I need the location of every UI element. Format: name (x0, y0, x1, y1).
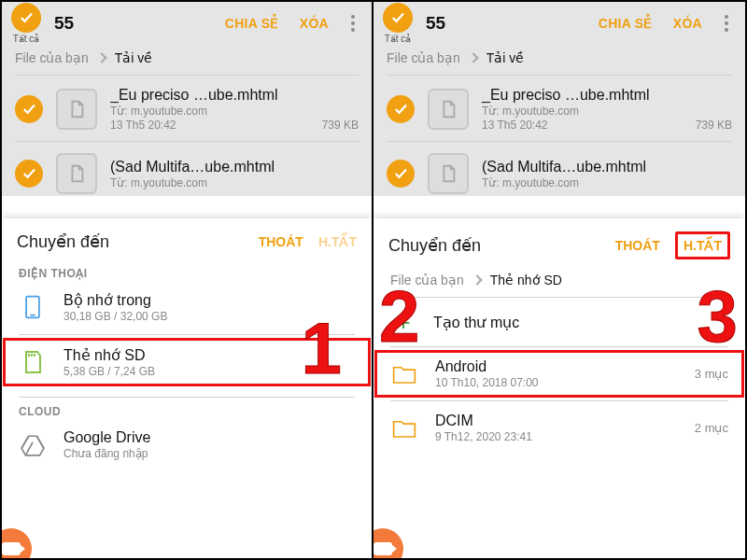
file-source: Từ: m.youtube.com (482, 105, 732, 118)
file-name: _Eu preciso …ube.mhtml (110, 87, 359, 104)
row-checkbox[interactable] (387, 95, 415, 123)
sheet-breadcrumb[interactable]: File của bạn Thẻ nhớ SD (374, 269, 745, 295)
document-icon (438, 163, 458, 184)
dest-name: Bộ nhớ trong (63, 291, 355, 309)
chevron-right-icon (96, 52, 106, 63)
svg-point-6 (725, 21, 728, 25)
sheet-done-button[interactable]: H.TẤT (318, 234, 357, 249)
dest-internal-storage[interactable]: Bộ nhớ trong30,18 GB / 32,00 GB (2, 282, 372, 332)
document-icon (66, 99, 87, 119)
share-button[interactable]: CHIA SẺ (599, 16, 653, 31)
crumb-current: Thẻ nhớ SD (490, 273, 562, 287)
sheet-title: Chuyển đến (17, 231, 244, 252)
file-source: Từ: m.youtube.com (110, 105, 359, 118)
file-name: _Eu preciso …ube.mhtml (482, 87, 732, 104)
chevron-right-icon (468, 52, 478, 63)
selection-topbar: Tất cả 55 CHIA SẺ XÓA (2, 2, 372, 45)
svg-point-7 (725, 28, 728, 32)
create-folder-label: Tạo thư mục (433, 314, 728, 331)
dest-sub: 30,18 GB / 32,00 GB (63, 310, 355, 323)
selection-topbar: Tất cả 55 CHIA SẺ XÓA (374, 2, 745, 45)
divider (19, 397, 355, 398)
folder-count: 2 mục (695, 421, 728, 435)
crumb-current: Tải về (115, 50, 153, 65)
file-type-icon (428, 89, 469, 130)
dest-google-drive[interactable]: Google DriveChưa đăng nhập (2, 420, 372, 469)
dest-name: Thẻ nhớ SD (63, 346, 355, 364)
more-menu-button[interactable] (717, 8, 736, 38)
plus-icon: + (390, 309, 416, 335)
check-icon (392, 165, 409, 182)
file-type-icon (56, 153, 97, 194)
crumb-current: Tải về (486, 50, 525, 65)
file-date: 13 Th5 20:42 (482, 119, 548, 132)
row-checkbox[interactable] (387, 160, 415, 188)
crumb-root: File của bạn (15, 50, 89, 65)
file-source: Từ: m.youtube.com (482, 176, 732, 189)
more-menu-button[interactable] (344, 8, 362, 38)
select-all-label: Tất cả (385, 35, 412, 44)
folder-date: 9 Th12, 2020 23:41 (435, 430, 678, 443)
folder-icon (390, 360, 418, 388)
select-all-label: Tất cả (13, 35, 40, 44)
sd-card-icon (19, 348, 47, 376)
sheet-done-button[interactable]: H.TẤT (675, 231, 730, 259)
svg-point-5 (725, 15, 728, 19)
folder-date: 10 Th10, 2018 07:00 (435, 376, 678, 389)
file-date: 13 Th5 20:42 (110, 119, 176, 132)
document-icon (66, 163, 87, 184)
file-row[interactable]: _Eu preciso …ube.mhtml Từ: m.youtube.com… (2, 76, 372, 141)
dest-sd-card[interactable]: Thẻ nhớ SD5,38 GB / 7,24 GB (2, 337, 372, 387)
folder-row-dcim[interactable]: DCIM9 Th12, 2020 23:41 2 mục (374, 403, 745, 453)
section-phone: ĐIỆN THOẠI (2, 261, 372, 282)
row-checkbox[interactable] (15, 160, 43, 188)
divider (390, 297, 728, 298)
dest-sub: Chưa đăng nhập (63, 447, 355, 460)
folder-icon (390, 414, 418, 442)
file-size: 739 KB (696, 119, 732, 132)
crumb-root: File của bạn (390, 273, 464, 287)
selected-count: 55 (426, 13, 445, 34)
divider (390, 346, 728, 347)
move-sheet: Chuyển đến THOÁT H.TẤT File của bạn Thẻ … (374, 218, 745, 558)
svg-point-1 (351, 21, 355, 25)
check-icon (18, 9, 35, 26)
section-cloud: CLOUD (2, 399, 372, 420)
check-icon (392, 101, 409, 118)
sheet-title: Chuyển đến (388, 235, 600, 256)
check-icon (389, 9, 406, 26)
delete-button[interactable]: XÓA (300, 16, 329, 31)
camera-icon (2, 542, 21, 555)
sheet-cancel-button[interactable]: THOÁT (259, 234, 303, 249)
camera-icon (374, 542, 392, 555)
select-all-toggle[interactable] (11, 3, 41, 33)
folder-count: 3 mục (695, 367, 728, 381)
folder-row-android[interactable]: Android10 Th10, 2018 07:00 3 mục (374, 349, 745, 399)
document-icon (438, 99, 458, 119)
file-type-icon (428, 153, 469, 194)
folder-name: Android (435, 358, 678, 375)
row-checkbox[interactable] (15, 95, 43, 123)
divider (390, 400, 728, 401)
selected-count: 55 (54, 13, 74, 34)
file-size: 739 KB (322, 119, 359, 132)
google-drive-icon (19, 431, 47, 459)
breadcrumb[interactable]: File của bạn Tải về (374, 45, 745, 75)
create-folder-button[interactable]: + Tạo thư mục (374, 300, 745, 344)
more-vertical-icon (725, 15, 728, 32)
select-all-toggle[interactable] (383, 3, 413, 33)
svg-rect-4 (30, 315, 35, 316)
sheet-cancel-button[interactable]: THOÁT (615, 238, 660, 253)
chevron-right-icon (472, 274, 482, 285)
file-row[interactable]: _Eu preciso …ube.mhtml Từ: m.youtube.com… (374, 76, 745, 141)
dest-name: Google Drive (63, 429, 355, 446)
file-row[interactable]: (Sad Multifa…ube.mhtml Từ: m.youtube.com (374, 142, 745, 196)
file-row[interactable]: (Sad Multifa…ube.mhtml Từ: m.youtube.com (2, 142, 372, 196)
share-button[interactable]: CHIA SẺ (225, 16, 279, 31)
delete-button[interactable]: XÓA (673, 16, 702, 31)
svg-point-0 (351, 15, 355, 19)
move-sheet: Chuyển đến THOÁT H.TẤT ĐIỆN THOẠI Bộ nhớ… (2, 218, 372, 558)
folder-name: DCIM (435, 413, 678, 429)
breadcrumb[interactable]: File của bạn Tải về (2, 45, 372, 75)
svg-point-2 (351, 28, 355, 32)
